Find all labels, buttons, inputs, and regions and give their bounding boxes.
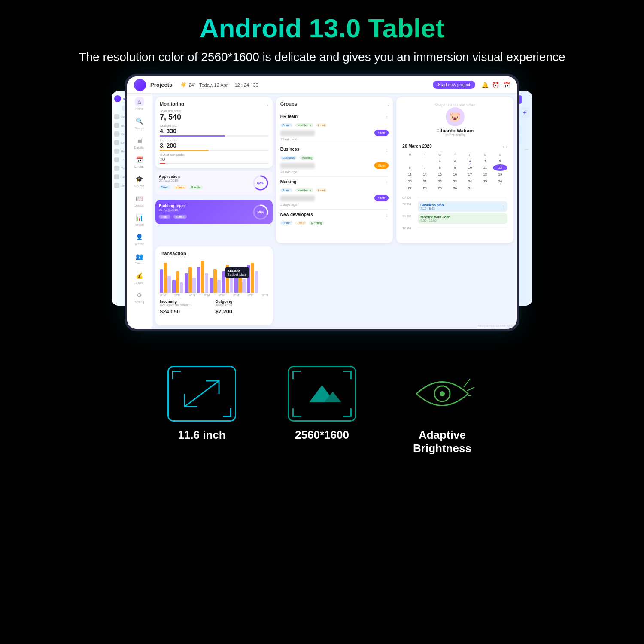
sidebar-item-teams[interactable]: 👥 Teams (135, 252, 144, 265)
sidebar-label-teams: Teams (135, 262, 144, 265)
sidebar-label-search: Search (134, 127, 144, 130)
monitoring-card: Monitoring › Total projects: 7, 540 Comp… (155, 97, 273, 168)
dashboard-icon: ▣ (134, 136, 144, 145)
calendar-day[interactable]: 9 (448, 164, 462, 171)
calendar-day[interactable]: 26 (493, 178, 507, 185)
tag-team: Team (159, 185, 170, 189)
sidebar-item-search[interactable]: 🔍 Search (134, 116, 144, 130)
group-meeting: Meeting ⋮ Brand New team Lead Start (280, 177, 389, 210)
profile-name: Eduardo Watson (402, 128, 507, 133)
header-icons: 🔔 ⏰ 📅 (481, 82, 510, 88)
chart-tooltip: $15,050 Budget state (225, 267, 249, 278)
bar-group (160, 263, 171, 293)
app2-progress: 30% (252, 204, 269, 221)
search-icon: 🔍 (135, 116, 144, 126)
calendar-day[interactable]: 10 (463, 164, 477, 171)
calendar-days-header: M T W T F S S (402, 153, 507, 156)
eye-brightness-icon (408, 366, 477, 422)
settings-icon: ⚙ (135, 290, 144, 300)
calendar-day[interactable]: 5 (493, 158, 507, 164)
tablet-body: ⌂ Home 🔍 Search ▣ Dashbo 📅 Schedu (127, 94, 517, 329)
calendar-day[interactable]: 4 (478, 158, 492, 164)
sidebar-label-teacher: Teache (134, 243, 144, 246)
calendar-day[interactable]: 8 (433, 164, 447, 171)
calendar-day[interactable]: 23 (448, 178, 462, 185)
calendar-days: 1234567891011121314151617181920212223242… (402, 158, 507, 191)
time-slot-700: 07:00 (402, 195, 507, 200)
brightness-label: Adaptive Brightness (413, 428, 471, 455)
teams-icon: 👥 (135, 252, 144, 261)
calendar-day[interactable]: 12 (493, 164, 507, 171)
calendar-day[interactable]: 16 (448, 171, 462, 178)
calendar-icon: 📅 (503, 82, 510, 88)
sidebar-item-sales[interactable]: 💰 Sales (135, 271, 144, 284)
bar-group (210, 269, 221, 293)
sidebar-label-settings: Setting (135, 301, 144, 304)
sidebar-item-settings[interactable]: ⚙ Setting (135, 290, 144, 304)
calendar-day[interactable]: 30 (448, 185, 462, 191)
calendar-day[interactable]: 24 (463, 178, 477, 185)
profile-section: Shop1104161398 Store 🐷 Eduardo Watson Su… (399, 100, 511, 140)
bar-group (172, 271, 183, 293)
start-new-project-button[interactable]: Start new project (433, 81, 475, 89)
start-btn-meeting[interactable]: Start (374, 195, 389, 201)
sidebar-label-course: Cource (134, 185, 144, 188)
calendar-day[interactable]: 29 (433, 185, 447, 191)
page-subtitle: The resolution color of 2560*1600 is del… (26, 49, 618, 65)
calendar-header: 20 March 2020 ‹ › (399, 140, 511, 152)
calendar-day[interactable]: 21 (417, 178, 432, 185)
event-business-plan[interactable]: Business plan 7:15 - 8:45 ⋮ (418, 201, 507, 212)
sidebar-item-course[interactable]: 🎓 Cource (134, 174, 144, 188)
calendar-day[interactable]: 28 (417, 185, 432, 191)
group-business: Business ⋮ Business Meeting Start (280, 144, 389, 177)
clock-icon: ⏰ (492, 82, 499, 88)
calendar-day[interactable]: 22 (433, 178, 447, 185)
calendar-day[interactable]: 20 (402, 178, 417, 185)
calendar-day[interactable]: 19 (493, 171, 507, 178)
cal-next[interactable]: › (506, 144, 507, 149)
lesson-icon: 📖 (134, 194, 144, 203)
calendar-day[interactable]: 27 (402, 185, 417, 191)
chart-area (160, 258, 268, 293)
home-icon: ⌂ (135, 97, 144, 106)
calendar-day[interactable]: 6 (402, 164, 417, 171)
sidebar-label-lesson: Lesson (134, 204, 144, 207)
calendar-day[interactable]: 17 (463, 171, 477, 178)
calendar-day[interactable]: 13 (402, 171, 417, 178)
start-btn-hr[interactable]: Start (374, 130, 389, 136)
calendar-day[interactable]: 1 (433, 158, 447, 164)
sidebar-item-dashboard[interactable]: ▣ Dashbo (134, 136, 144, 149)
sidebar: ⌂ Home 🔍 Search ▣ Dashbo 📅 Schedu (127, 94, 152, 329)
out-of-schedule-row: Out of schedule: 10 (160, 153, 268, 164)
tag-bessie: Bessie (189, 185, 203, 189)
calendar-day[interactable]: 3 (463, 158, 477, 164)
tablet-header: Projects ☀️ 24° Today, 12 Apr 12 : 24 : … (127, 76, 517, 94)
sidebar-item-lesson[interactable]: 📖 Lesson (134, 194, 144, 207)
calendar-day[interactable]: 31 (463, 185, 477, 191)
feature-resolution: 2560*1600 (288, 366, 356, 455)
sidebar-item-teacher[interactable]: 👤 Teache (134, 232, 144, 246)
sidebar-item-schedule[interactable]: 📅 Schedu (134, 155, 145, 168)
mountain-icon (301, 377, 343, 411)
calendar-day[interactable]: 15 (433, 171, 447, 178)
tag-norma: Norma (173, 185, 187, 189)
screen-size-icon-box (167, 366, 236, 422)
monitoring-stats: Total projects: 7, 540 Completed: 4, 330 (160, 109, 268, 164)
calendar-day[interactable]: 11 (478, 164, 492, 171)
sidebar-item-home[interactable]: ⌂ Home (135, 97, 144, 110)
groups-title: Groups (280, 101, 297, 106)
calendar-day[interactable]: 2 (448, 158, 462, 164)
cal-prev[interactable]: ‹ (503, 144, 504, 149)
calendar-day[interactable]: 18 (478, 171, 492, 178)
calendar-day[interactable]: 7 (417, 164, 432, 171)
sidebar-label-home: Home (135, 107, 143, 110)
svg-line-4 (185, 381, 219, 407)
start-btn-business[interactable]: Start (374, 162, 389, 169)
feature-brightness: Adaptive Brightness (408, 366, 477, 455)
calendar-day[interactable]: 14 (417, 171, 432, 178)
brightness-icon-box (408, 366, 477, 422)
sidebar-item-report[interactable]: 📊 Report (135, 213, 144, 226)
event-meeting-joch[interactable]: Meeting with Joch 9:00 - 10:00 (418, 213, 507, 224)
calendar-day[interactable]: 25 (478, 178, 492, 185)
tag-norma2: Norma (173, 215, 187, 219)
